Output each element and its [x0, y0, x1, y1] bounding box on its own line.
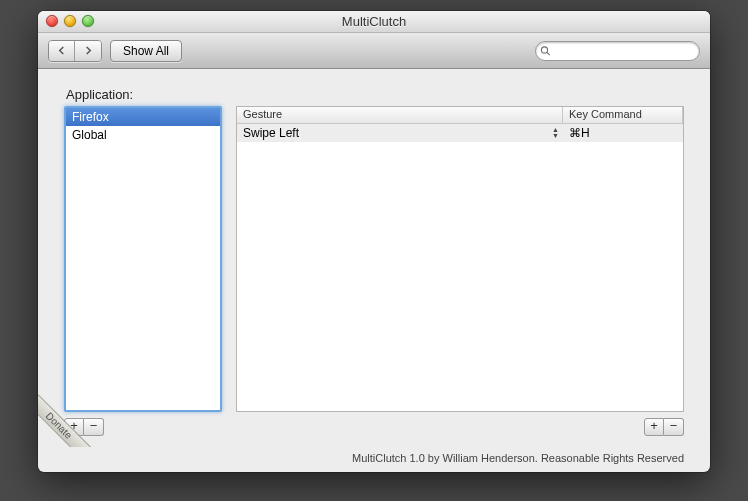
column-header-key[interactable]: Key Command: [563, 107, 683, 123]
svg-point-0: [541, 46, 547, 52]
chevron-left-icon: [57, 46, 66, 55]
add-gesture-button[interactable]: +: [644, 418, 664, 436]
application-label: Application:: [66, 87, 684, 102]
search-field-wrapper[interactable]: [535, 41, 700, 61]
close-icon[interactable]: [46, 15, 58, 27]
remove-gesture-button[interactable]: −: [664, 418, 684, 436]
chevron-right-icon: [84, 46, 93, 55]
content-area: Application: Firefox Global Gesture Key …: [38, 69, 710, 446]
gesture-table: Gesture Key Command Swipe Left ▲▼ ⌘H: [236, 106, 684, 412]
zoom-icon[interactable]: [82, 15, 94, 27]
remove-app-button[interactable]: −: [84, 418, 104, 436]
pref-window: MultiClutch Show All Application:: [38, 11, 710, 472]
stepper-icon[interactable]: ▲▼: [552, 127, 559, 139]
application-list[interactable]: Firefox Global: [64, 106, 222, 412]
gesture-value: Swipe Left: [243, 124, 299, 142]
footer-text: MultiClutch 1.0 by William Henderson. Re…: [38, 446, 710, 472]
nav-segment: [48, 40, 102, 62]
search-input[interactable]: [555, 45, 693, 57]
column-header-gesture[interactable]: Gesture: [237, 107, 563, 123]
list-item[interactable]: Firefox: [66, 108, 220, 126]
show-all-button[interactable]: Show All: [110, 40, 182, 62]
toolbar: Show All: [38, 33, 710, 69]
back-button[interactable]: [49, 41, 75, 61]
traffic-lights: [46, 15, 94, 27]
table-row[interactable]: Swipe Left ▲▼ ⌘H: [237, 124, 683, 142]
search-icon: [540, 45, 551, 57]
cell-gesture[interactable]: Swipe Left ▲▼: [237, 124, 563, 142]
cell-key[interactable]: ⌘H: [563, 124, 683, 142]
table-header: Gesture Key Command: [237, 107, 683, 124]
forward-button[interactable]: [75, 41, 101, 61]
svg-line-1: [547, 52, 550, 55]
window-title: MultiClutch: [342, 14, 406, 29]
minimize-icon[interactable]: [64, 15, 76, 27]
titlebar: MultiClutch: [38, 11, 710, 33]
gesture-add-remove: + −: [644, 418, 684, 436]
list-item[interactable]: Global: [66, 126, 220, 144]
